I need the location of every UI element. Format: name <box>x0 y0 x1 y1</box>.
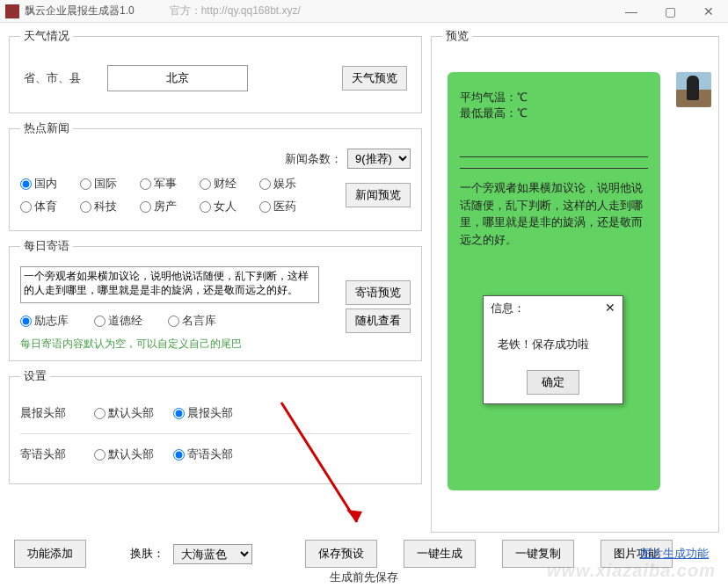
window-title: 飘云企业晨报生成器1.0 <box>25 4 135 18</box>
news-count-select[interactable]: 9(推荐) <box>347 149 411 169</box>
head-opt-晨报头部[interactable]: 晨报头部 <box>173 405 252 421</box>
news-cat-房产[interactable]: 房产 <box>140 199 200 214</box>
one-click-generate-button[interactable]: 一键生成 <box>404 540 476 568</box>
title-bar: 飘云企业晨报生成器1.0 官方：http://qy.qq168bt.xyz/ —… <box>0 0 728 23</box>
head-opt-默认头部[interactable]: 默认头部 <box>94 405 173 421</box>
info-dialog: 信息： ✕ 老铁！保存成功啦 确定 <box>483 295 623 404</box>
news-cat-体育[interactable]: 体育 <box>20 199 80 214</box>
dialog-body: 老铁！保存成功啦 <box>484 321 622 365</box>
head-label: 晨报头部 <box>20 405 76 421</box>
jiyu-textarea[interactable]: 一个旁观者如果横加议论，说明他说话随便，乱下判断，这样的人走到哪里，哪里就是是非… <box>20 266 319 303</box>
news-cat-国际[interactable]: 国际 <box>80 176 140 192</box>
weather-group: 天气情况 省、市、县 天气预览 <box>9 28 422 113</box>
settings-legend: 设置 <box>20 368 50 384</box>
dialog-close-icon[interactable]: ✕ <box>605 301 615 316</box>
skin-label: 换肤： <box>130 546 164 562</box>
preview-group: 预览 平均气温：℃ 最低最高：℃ 一个旁观者如果横加议论，说明他说话随便，乱下判… <box>431 28 719 533</box>
city-label: 省、市、县 <box>24 70 81 86</box>
maximize-button[interactable]: ▢ <box>651 0 689 23</box>
jiyu-head-options: 默认头部寄语头部 <box>94 443 252 466</box>
jiyu-src-名言库[interactable]: 名言库 <box>168 313 242 329</box>
preview-legend: 预览 <box>442 28 472 44</box>
jiyu-src-励志库[interactable]: 励志库 <box>20 313 94 329</box>
news-categories: 国内国际军事财经娱乐体育科技房产女人医药 <box>20 172 328 218</box>
city-input[interactable] <box>107 65 248 91</box>
news-cat-科技[interactable]: 科技 <box>80 199 140 214</box>
news-cat-医药[interactable]: 医药 <box>259 199 319 214</box>
jiyu-opt-默认头部[interactable]: 默认头部 <box>94 446 173 462</box>
news-cat-财经[interactable]: 财经 <box>200 176 259 192</box>
news-cat-军事[interactable]: 军事 <box>140 176 200 192</box>
news-cat-女人[interactable]: 女人 <box>200 199 259 214</box>
news-count-label: 新闻条数： <box>285 151 342 167</box>
jiyu-preview-button[interactable]: 寄语预览 <box>346 280 411 305</box>
preview-quote: 一个旁观者如果横加议论，说明他说话随便，乱下判断，这样的人走到哪里，哪里就是是非… <box>460 179 648 248</box>
divider <box>460 168 648 169</box>
add-function-button[interactable]: 功能添加 <box>14 540 86 568</box>
news-legend: 热点新闻 <box>20 120 73 136</box>
news-cat-国内[interactable]: 国内 <box>20 176 80 192</box>
watermark: www.xiazaiba.com <box>547 561 716 581</box>
avatar <box>676 72 711 107</box>
save-preset-button[interactable]: 保存预设 <box>305 540 377 568</box>
skin-select[interactable]: 大海蓝色 <box>173 544 252 564</box>
news-preview-button[interactable]: 新闻预览 <box>346 183 411 207</box>
divider <box>460 156 648 157</box>
image-generate-link[interactable]: 图片生成功能 <box>640 546 709 562</box>
jiyu-legend: 每日寄语 <box>20 238 73 254</box>
weather-legend: 天气情况 <box>20 28 73 44</box>
weather-preview-button[interactable]: 天气预览 <box>342 66 407 91</box>
jiyu-group: 每日寄语 一个旁观者如果横加议论，说明他说话随便，乱下判断，这样的人走到哪里，哪… <box>9 238 422 361</box>
app-icon <box>5 4 19 18</box>
settings-group: 设置 晨报头部 默认头部晨报头部 寄语头部 默认头部寄语头部 <box>9 368 422 484</box>
head-options: 默认头部晨报头部 <box>94 402 252 425</box>
minimize-button[interactable]: — <box>612 0 651 23</box>
jiyu-sources: 励志库道德经名言库 <box>20 309 249 332</box>
jiyu-src-道德经[interactable]: 道德经 <box>94 313 168 329</box>
dialog-title: 信息： <box>491 301 525 316</box>
news-group: 热点新闻 新闻条数： 9(推荐) 国内国际军事财经娱乐体育科技房产女人医药 新闻… <box>9 120 422 231</box>
jiyu-random-button[interactable]: 随机查看 <box>346 309 411 333</box>
jiyu-head-label: 寄语头部 <box>20 446 76 462</box>
close-button[interactable]: ✕ <box>689 0 728 23</box>
minmax-temp: 最低最高：℃ <box>460 105 648 121</box>
chat-bubble: 平均气温：℃ 最低最高：℃ 一个旁观者如果横加议论，说明他说话随便，乱下判断，这… <box>448 72 660 490</box>
avg-temp: 平均气温：℃ <box>460 90 648 105</box>
jiyu-hint: 每日寄语内容默认为空，可以自定义自己的尾巴 <box>20 337 411 352</box>
jiyu-opt-寄语头部[interactable]: 寄语头部 <box>173 446 252 462</box>
news-cat-娱乐[interactable]: 娱乐 <box>259 176 319 192</box>
window-url: 官方：http://qy.qq168bt.xyz/ <box>170 4 301 18</box>
dialog-ok-button[interactable]: 确定 <box>527 370 579 395</box>
